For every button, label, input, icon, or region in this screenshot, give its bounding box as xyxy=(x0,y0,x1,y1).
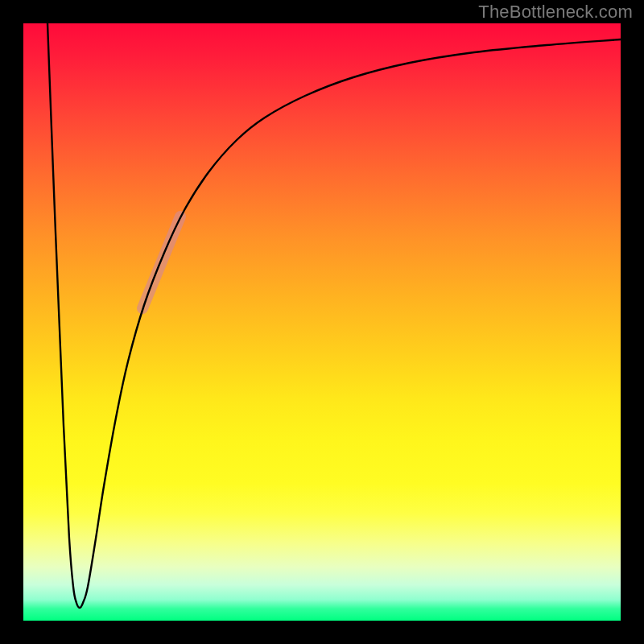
watermark-text: TheBottleneck.com xyxy=(478,2,633,23)
plot-svg xyxy=(23,23,621,621)
plot-area xyxy=(23,23,621,621)
curve-path xyxy=(47,23,621,608)
bottleneck-curve xyxy=(47,23,621,608)
chart-frame: TheBottleneck.com xyxy=(0,0,644,644)
